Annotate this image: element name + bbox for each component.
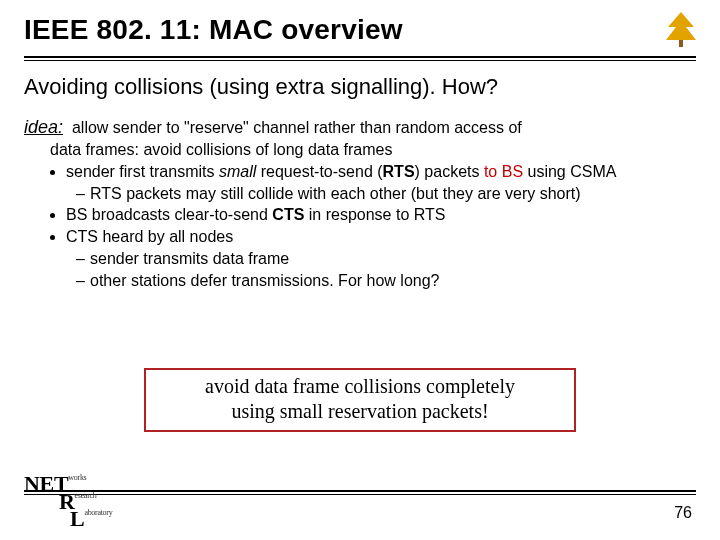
page-number: 76 bbox=[674, 504, 692, 522]
bullet-rts: sender first transmits small request-to-… bbox=[66, 162, 692, 205]
body-content: data frames: avoid collisions of long da… bbox=[50, 140, 692, 293]
tree-icon bbox=[664, 12, 698, 48]
idea-label: idea: bbox=[24, 117, 63, 137]
lab-logo: NETworks Research Laboratory bbox=[24, 475, 112, 528]
bullet-cts: BS broadcasts clear-to-send CTS in respo… bbox=[66, 205, 692, 226]
slide-subtitle: Avoiding collisions (using extra signall… bbox=[24, 74, 498, 100]
idea-continuation: data frames: avoid collisions of long da… bbox=[50, 140, 692, 161]
sub-defer: other stations defer transmissions. For … bbox=[90, 271, 692, 292]
sub-sender-transmits: sender transmits data frame bbox=[90, 249, 692, 270]
sub-rts-collide: RTS packets may still collide with each … bbox=[90, 184, 692, 205]
footer-rule bbox=[24, 490, 696, 492]
title-rule bbox=[24, 56, 696, 58]
callout-box: avoid data frame collisions completely u… bbox=[144, 368, 576, 432]
svg-marker-1 bbox=[666, 12, 696, 40]
slide-title: IEEE 802. 11: MAC overview bbox=[24, 14, 403, 46]
idea-text: allow sender to "reserve" channel rather… bbox=[72, 119, 522, 136]
idea-line: idea: allow sender to "reserve" channel … bbox=[24, 116, 696, 139]
slide: IEEE 802. 11: MAC overview Avoiding coll… bbox=[0, 0, 720, 540]
callout-line-1: avoid data frame collisions completely bbox=[154, 374, 566, 399]
bullet-cts-heard: CTS heard by all nodes sender transmits … bbox=[66, 227, 692, 291]
callout-line-2: using small reservation packets! bbox=[154, 399, 566, 424]
to-bs-highlight: to BS bbox=[484, 163, 523, 180]
